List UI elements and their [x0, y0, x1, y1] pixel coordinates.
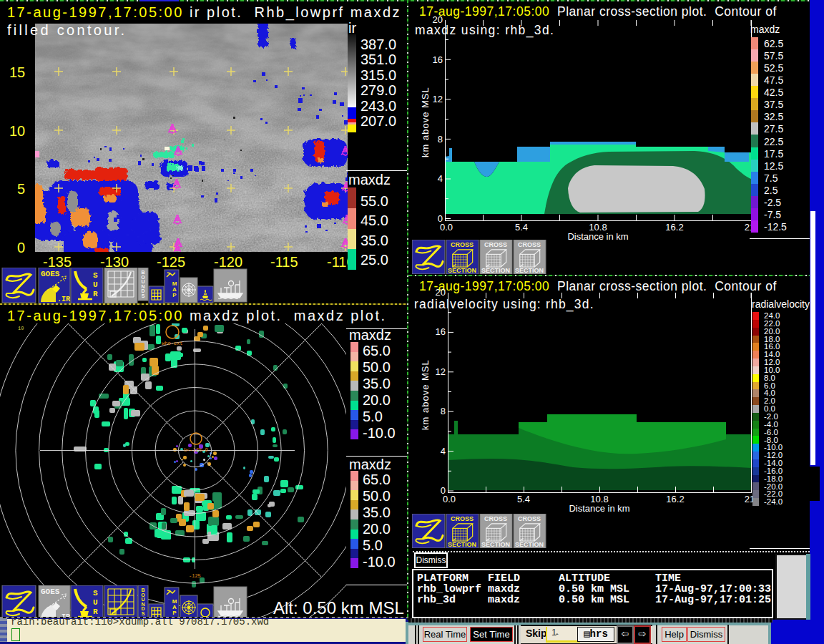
svg-text:CROSS: CROSS	[484, 515, 507, 522]
svg-text:CROSS: CROSS	[451, 515, 474, 522]
svg-text:SECTION: SECTION	[481, 541, 510, 548]
svg-text:R: R	[93, 290, 98, 298]
svg-text:4: 4	[438, 173, 443, 184]
svg-text:GOES: GOES	[41, 587, 60, 596]
svg-text:SECTION: SECTION	[481, 267, 510, 274]
svg-text:16: 16	[436, 326, 446, 337]
svg-text:P: P	[172, 292, 177, 298]
svg-text:who-ext: who-ext	[162, 341, 182, 346]
svg-text:Distance in km: Distance in km	[567, 231, 628, 242]
svg-text:SECTION: SECTION	[515, 541, 544, 548]
svg-text:SECTION: SECTION	[515, 267, 544, 274]
svg-text:S: S	[142, 611, 145, 616]
svg-text:Distance in km: Distance in km	[569, 503, 629, 514]
svg-text:8: 8	[441, 406, 446, 416]
svg-text:5.4: 5.4	[515, 222, 528, 233]
svg-text:km above MSL: km above MSL	[420, 87, 431, 157]
svg-text:5.4: 5.4	[517, 494, 530, 504]
svg-text:SECTION: SECTION	[448, 267, 476, 274]
svg-text:-125: -125	[189, 573, 201, 579]
svg-text:P: P	[172, 610, 177, 616]
svg-text:b<-125-9: b<-125-9	[184, 447, 208, 453]
svg-text:S: S	[142, 293, 145, 298]
svg-text:0.0: 0.0	[443, 494, 456, 504]
svg-text:12: 12	[433, 94, 443, 104]
svg-text:12: 12	[436, 366, 446, 377]
svg-text:SECTION: SECTION	[448, 541, 476, 548]
svg-text:0.0: 0.0	[440, 222, 453, 233]
svg-text:16: 16	[433, 54, 443, 65]
svg-text:U: U	[93, 280, 98, 289]
svg-text:S: S	[93, 271, 98, 280]
svg-text:.IR: .IR	[57, 296, 70, 303]
svg-text:CROSS: CROSS	[451, 241, 474, 248]
svg-text:km above MSL: km above MSL	[420, 359, 431, 430]
svg-text:16.2: 16.2	[666, 494, 684, 504]
svg-text:8: 8	[438, 134, 443, 145]
svg-text:CROSS: CROSS	[484, 241, 507, 248]
svg-text:S: S	[93, 589, 98, 597]
svg-text:20: 20	[436, 287, 446, 298]
svg-text:10: 10	[18, 326, 24, 331]
svg-text:CROSS: CROSS	[518, 241, 541, 248]
svg-text:20: 20	[433, 14, 443, 25]
svg-text:4: 4	[441, 446, 446, 457]
svg-text:U: U	[93, 598, 98, 607]
svg-text:GOES: GOES	[41, 270, 60, 278]
svg-text:16.2: 16.2	[665, 222, 683, 233]
svg-text:CROSS: CROSS	[518, 515, 541, 522]
svg-text:R: R	[93, 608, 98, 616]
